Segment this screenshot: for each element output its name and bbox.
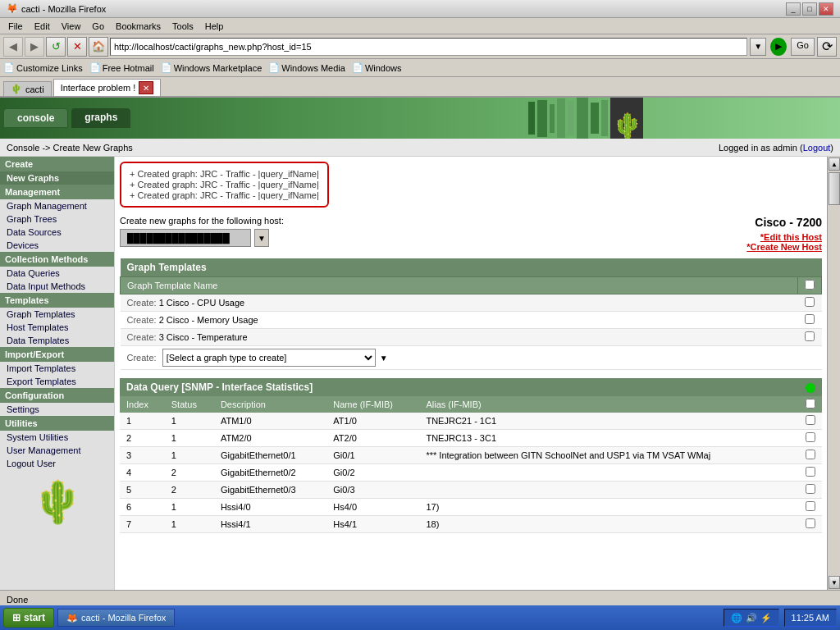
template-checkbox-3[interactable] [805,331,815,341]
graph-type-select[interactable]: [Select a graph type to create] [162,349,376,367]
browser-window: 🦊 cacti - Mozilla Firefox _ □ ✕ File Edi… [0,0,840,608]
sidebar-item-system-utilities[interactable]: System Utilities [0,431,114,444]
create-new-host-link[interactable]: *Create New Host [746,242,822,252]
address-bar[interactable] [110,38,747,56]
dq-checkbox-7[interactable] [806,518,815,528]
bookmark-marketplace[interactable]: 📄 Windows Marketplace [161,62,262,73]
console-tab[interactable]: console [3,108,68,128]
title-bar: 🦊 cacti - Mozilla Firefox _ □ ✕ [0,0,840,18]
dq-checkbox-4[interactable] [806,467,815,477]
graph-template-cell-1: Create: 1 Cisco - CPU Usage [121,294,798,312]
sidebar-item-graph-templates[interactable]: Graph Templates [0,308,114,321]
logout-link[interactable]: Logout [803,143,831,153]
dq-checkbox-2[interactable] [806,432,815,442]
template-checkbox-1[interactable] [805,297,815,307]
data-query-table: Data Query [SNMP - Interface Statistics]… [120,378,822,533]
help-menu[interactable]: Help [200,21,229,32]
graph-template-row-2: Create: 2 Cisco - Memory Usage [121,312,822,329]
sidebar-header-templates[interactable]: Templates [0,293,114,308]
go-menu[interactable]: Go [87,21,109,32]
tab-close-button[interactable]: ✕ [139,81,153,94]
template-checkbox-2[interactable] [805,314,815,324]
graph-template-cell-3: Create: 3 Cisco - Temperature [121,329,798,346]
sidebar-item-settings[interactable]: Settings [0,403,114,416]
scroll-thumb[interactable] [829,172,840,205]
dq-checkbox-1[interactable] [806,415,815,425]
sidebar-cactus-logo: 🌵 [0,470,114,534]
sidebar-item-logout-user[interactable]: Logout User [0,457,114,470]
tools-menu[interactable]: Tools [167,21,199,32]
minimize-button[interactable]: _ [786,2,801,16]
dq-status-4: 2 [165,464,214,482]
go-button[interactable]: Go [791,38,815,56]
sidebar-header-configuration[interactable]: Configuration [0,388,114,403]
sidebar-header-create[interactable]: Create [0,157,114,171]
sidebar-item-import-templates[interactable]: Import Templates [0,362,114,375]
sidebar-header-collection[interactable]: Collection Methods [0,252,114,267]
tab-favicon: 🌵 [11,84,22,94]
sidebar-item-data-queries[interactable]: Data Queries [0,267,114,280]
col-description: Description [214,396,326,413]
select-all-checkbox[interactable] [805,280,815,290]
dq-status-3: 1 [165,447,214,464]
graph-template-check-2 [798,312,822,329]
refresh-icon-btn[interactable]: ⟳ [817,37,837,57]
taskbar-firefox-item[interactable]: 🦊 cacti - Mozilla Firefox [57,609,175,627]
bookmark-icon: 📄 [89,62,101,73]
select-dropdown-btn[interactable]: ▼ [380,354,388,363]
host-dropdown-arrow[interactable]: ▼ [254,229,269,247]
sidebar-item-data-sources[interactable]: Data Sources [0,226,114,239]
edit-menu[interactable]: Edit [30,21,55,32]
home-button[interactable]: 🏠 [89,37,108,57]
sidebar-item-graph-management[interactable]: Graph Management [0,199,114,212]
dq-desc-5: GigabitEthernet0/3 [214,482,326,499]
dq-checkbox-6[interactable] [806,501,815,511]
taskbar-firefox-icon: 🦊 [66,613,78,623]
scrollbar[interactable]: ▲ ▼ [827,157,840,590]
tab-interface-problem[interactable]: Interface problem ! ✕ [53,79,162,96]
sidebar-header-import-export[interactable]: Import/Export [0,347,114,362]
bookmark-media[interactable]: 📄 Windows Media [268,62,345,73]
bookmark-windows[interactable]: 📄 Windows [352,62,402,73]
dq-alias-7: 18) [419,516,799,533]
scroll-up-arrow[interactable]: ▲ [829,158,840,171]
dq-check-6 [799,499,822,516]
graphs-tab[interactable]: graphs [71,108,130,128]
forward-button[interactable]: ▶ [25,37,44,57]
sidebar-header-management[interactable]: Management [0,185,114,199]
view-menu[interactable]: View [57,21,86,32]
sidebar-item-new-graphs[interactable]: New Graphs [0,171,114,185]
dq-checkbox-3[interactable] [806,450,815,459]
firefox-icon: 🦊 [7,3,18,14]
dq-check-7 [799,516,822,533]
graph-templates-col-header: Graph Template Name [121,277,822,294]
dq-row-5: 5 2 GigabitEthernet0/3 Gi0/3 [120,482,822,499]
maximize-button[interactable]: □ [802,2,817,16]
dq-checkbox-5[interactable] [806,484,815,494]
bookmark-hotmail[interactable]: 📄 Free Hotmail [89,62,154,73]
sidebar-item-user-management[interactable]: User Management [0,444,114,457]
tab-cacti[interactable]: 🌵 cacti [3,81,52,96]
address-dropdown[interactable]: ▼ [750,38,766,56]
bookmark-customize[interactable]: 📄 Customize Links [3,62,83,73]
sidebar-item-graph-trees[interactable]: Graph Trees [0,212,114,226]
close-button[interactable]: ✕ [819,2,833,16]
edit-host-link[interactable]: *Edit this Host [746,232,822,242]
stop-button[interactable]: ✕ [67,37,87,57]
sidebar-item-devices[interactable]: Devices [0,239,114,252]
sidebar-header-utilities[interactable]: Utilities [0,416,114,431]
graph-template-create-cell: Create: [Select a graph type to create] … [121,346,798,370]
dq-select-all-checkbox[interactable] [806,399,815,409]
scroll-down-arrow[interactable]: ▼ [829,576,840,589]
file-menu[interactable]: File [3,21,28,32]
bookmarks-menu[interactable]: Bookmarks [111,21,166,32]
reload-button[interactable]: ↺ [46,37,66,57]
sidebar-item-export-templates[interactable]: Export Templates [0,375,114,388]
bookmarks-bar: 📄 Customize Links 📄 Free Hotmail 📄 Windo… [0,59,840,77]
start-button[interactable]: ⊞ start [3,608,54,628]
sidebar-item-host-templates[interactable]: Host Templates [0,321,114,334]
sidebar-item-data-templates[interactable]: Data Templates [0,334,114,347]
browser-title: cacti - Mozilla Firefox [21,4,106,14]
back-button[interactable]: ◀ [3,37,23,57]
sidebar-item-data-input[interactable]: Data Input Methods [0,280,114,293]
